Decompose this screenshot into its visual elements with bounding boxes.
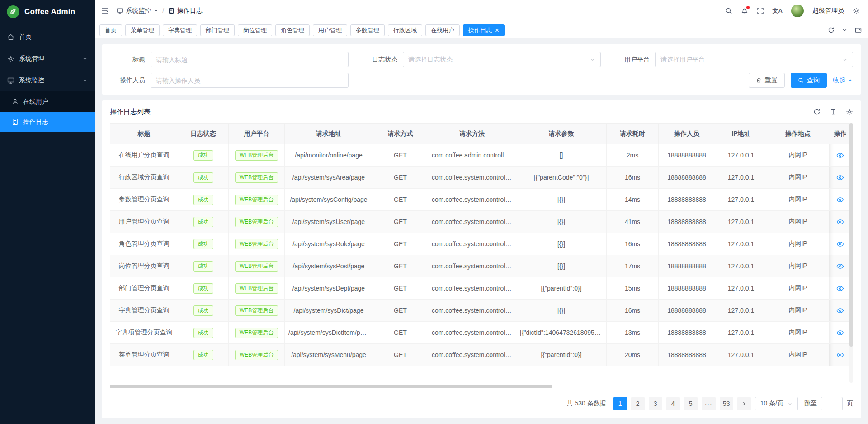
pagination-next-button[interactable] xyxy=(737,397,751,410)
operation-log-table: 标题日志状态用户平台请求地址请求方式请求方法请求参数请求耗时操作人员IP地址操作… xyxy=(110,123,852,366)
pagination-page-3[interactable]: 3 xyxy=(649,397,662,410)
pagination-page-2[interactable]: 2 xyxy=(631,397,645,410)
cell-ip: 127.0.0.1 xyxy=(715,211,767,233)
username[interactable]: 超级管理员 xyxy=(812,7,844,15)
view-detail-eye-icon[interactable] xyxy=(836,174,844,181)
view-detail-eye-icon[interactable] xyxy=(836,285,844,292)
tab-list: 首页菜单管理字典管理部门管理岗位管理角色管理用户管理参数管理行政区域在线用户操作… xyxy=(99,24,821,36)
page-size-select[interactable]: 10 条/页 xyxy=(755,397,798,410)
cell-title: 行政区域分页查询 xyxy=(110,167,178,189)
table-refresh-icon[interactable] xyxy=(813,108,821,115)
cell-action xyxy=(829,344,852,366)
tab-字典管理[interactable]: 字典管理 xyxy=(163,24,197,36)
pagination-ellipsis[interactable]: ··· xyxy=(702,397,716,410)
search-button[interactable]: 查询 xyxy=(791,73,827,88)
avatar[interactable] xyxy=(791,5,804,17)
sidebar-item-online-users[interactable]: 在线用户 xyxy=(0,91,95,112)
view-detail-eye-icon[interactable] xyxy=(836,196,844,204)
breadcrumb-parent[interactable]: 系统监控 xyxy=(117,7,158,15)
sidebar-collapse-icon[interactable] xyxy=(101,7,109,15)
view-detail-eye-icon[interactable] xyxy=(836,240,844,248)
tab-角色管理[interactable]: 角色管理 xyxy=(275,24,310,36)
operator-filter-input[interactable] xyxy=(151,73,349,88)
search-icon[interactable] xyxy=(725,7,732,14)
notification-bell-icon[interactable] xyxy=(741,7,748,14)
tab-岗位管理[interactable]: 岗位管理 xyxy=(238,24,272,36)
page-size-value: 10 条/页 xyxy=(760,400,783,408)
content-fullscreen-icon[interactable] xyxy=(855,27,862,33)
tab-行政区域[interactable]: 行政区域 xyxy=(388,24,422,36)
sidebar-item-home[interactable]: 首页 xyxy=(0,26,95,48)
cell-status: 成功 xyxy=(178,300,229,322)
cell-location: 内网IP xyxy=(767,167,829,189)
view-detail-eye-icon[interactable] xyxy=(836,218,844,226)
cell-action xyxy=(829,144,852,167)
cell-url: /api/system/sysArea/page xyxy=(285,167,373,189)
pagination-page-4[interactable]: 4 xyxy=(666,397,680,410)
tab-部门管理[interactable]: 部门管理 xyxy=(200,24,235,36)
view-detail-eye-icon[interactable] xyxy=(836,329,844,337)
tab-参数管理[interactable]: 参数管理 xyxy=(350,24,385,36)
tab-在线用户[interactable]: 在线用户 xyxy=(425,24,460,36)
column-header: 请求地址 xyxy=(285,124,373,144)
translate-icon[interactable]: 文A xyxy=(773,7,783,15)
tab-close-icon[interactable]: × xyxy=(495,27,499,33)
title-filter-input[interactable] xyxy=(151,52,349,67)
pagination-page-53[interactable]: 53 xyxy=(720,397,733,410)
platform-tag: WEB管理后台 xyxy=(235,195,278,205)
tab-操作日志[interactable]: 操作日志× xyxy=(463,24,505,36)
vertical-scrollbar-thumb[interactable] xyxy=(849,123,853,347)
cell-method: GET xyxy=(373,211,428,233)
cell-method: GET xyxy=(373,189,428,211)
settings-gear-icon[interactable] xyxy=(853,7,860,14)
view-detail-eye-icon[interactable] xyxy=(836,307,844,314)
chevron-down-icon xyxy=(590,57,595,62)
tab-label: 参数管理 xyxy=(356,26,379,34)
horizontal-scrollbar-thumb[interactable] xyxy=(110,385,552,388)
pagination-page-5[interactable]: 5 xyxy=(684,397,698,410)
sidebar-submenu-system-monitor: 在线用户 操作日志 xyxy=(0,91,95,132)
pagination-page-1[interactable]: 1 xyxy=(613,397,627,410)
sidebar-item-system-management[interactable]: 系统管理 xyxy=(0,48,95,70)
reset-button[interactable]: 重置 xyxy=(749,73,785,88)
cell-action xyxy=(829,211,852,233)
monitor-icon xyxy=(7,77,14,84)
horizontal-scrollbar[interactable] xyxy=(110,385,847,388)
cell-duration: 2ms xyxy=(607,144,659,167)
tab-首页[interactable]: 首页 xyxy=(99,24,122,36)
tab-用户管理[interactable]: 用户管理 xyxy=(313,24,347,36)
view-detail-eye-icon[interactable] xyxy=(836,262,844,270)
status-tag: 成功 xyxy=(193,172,213,183)
cell-duration: 20ms xyxy=(607,344,659,366)
view-detail-eye-icon[interactable] xyxy=(836,152,844,159)
tabs-options-chevron-icon[interactable] xyxy=(842,27,848,33)
status-tag: 成功 xyxy=(193,195,213,205)
cell-function: com.coffee.system.controlle... xyxy=(428,344,516,366)
user-platform-select[interactable]: 请选择用户平台 xyxy=(655,52,853,67)
page-unit-label: 页 xyxy=(847,400,853,408)
table-row: 在线用户分页查询成功WEB管理后台/api/monitor/online/pag… xyxy=(110,144,852,167)
tab-菜单管理[interactable]: 菜单管理 xyxy=(125,24,160,36)
sidebar-item-operation-log[interactable]: 操作日志 xyxy=(0,112,95,132)
platform-tag: WEB管理后台 xyxy=(235,150,278,161)
log-status-select[interactable]: 请选择日志状态 xyxy=(403,52,601,67)
cell-url: /api/system/sysDept/page xyxy=(285,277,373,300)
main-area: 系统监控 / 操作日志 xyxy=(95,0,868,424)
table-column-height-icon[interactable] xyxy=(830,108,837,115)
tabs-refresh-icon[interactable] xyxy=(828,27,835,33)
search-button-label: 查询 xyxy=(807,76,820,85)
fullscreen-icon[interactable] xyxy=(757,7,764,14)
jump-to-input[interactable] xyxy=(821,397,843,410)
sidebar-item-system-monitor[interactable]: 系统监控 xyxy=(0,70,95,91)
collapse-filter-link[interactable]: 收起 xyxy=(833,76,853,85)
cell-operator: 18888888888 xyxy=(659,233,715,255)
sidebar-menu: 首页 系统管理 系统监控 xyxy=(0,24,95,132)
tab-label: 菜单管理 xyxy=(131,26,154,34)
user-platform-filter-label: 用户平台 xyxy=(614,56,655,64)
trash-icon xyxy=(756,77,762,83)
vertical-scrollbar[interactable] xyxy=(849,123,853,383)
cell-operator: 18888888888 xyxy=(659,167,715,189)
table-settings-gear-icon[interactable] xyxy=(846,108,853,115)
view-detail-eye-icon[interactable] xyxy=(836,351,844,359)
cell-location: 内网IP xyxy=(767,255,829,277)
